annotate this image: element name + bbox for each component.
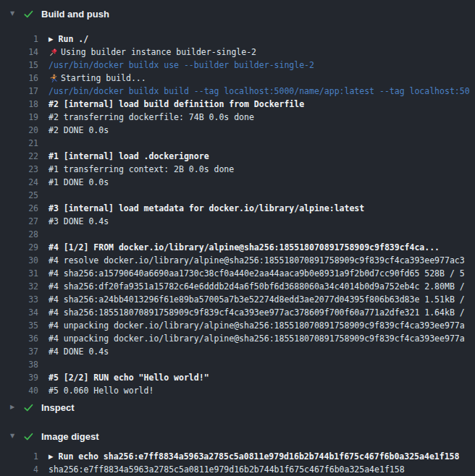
line-text-content: #2 DONE 0.0s xyxy=(49,124,109,137)
line-text: /usr/bin/docker buildx use --builder bui… xyxy=(49,59,314,72)
line-text-content: /usr/bin/docker buildx build --tag local… xyxy=(49,85,470,98)
section-lines: 1 ▶Run ./ 14 Using builder instance buil… xyxy=(0,22,475,397)
chevron-down-icon[interactable]: ▼ xyxy=(7,6,18,22)
line-number[interactable]: 1 xyxy=(0,450,38,463)
line-text-content: /usr/bin/docker buildx use --builder bui… xyxy=(49,59,314,72)
log-line: 25 xyxy=(0,189,475,202)
line-text-content: #3 DONE 0.4s xyxy=(49,215,109,228)
log-line: 30 #4 resolve docker.io/library/alpine@s… xyxy=(0,254,475,267)
line-text: #1 transferring context: 2B 0.0s done xyxy=(49,163,234,176)
line-number[interactable]: 14 xyxy=(0,46,38,59)
log-line: 20 #2 DONE 0.0s xyxy=(0,124,475,137)
line-number[interactable]: 36 xyxy=(0,332,38,345)
line-number[interactable]: 21 xyxy=(0,137,38,150)
line-number[interactable]: 4 xyxy=(0,463,38,476)
line-number[interactable]: 1 xyxy=(0,33,38,46)
line-number[interactable]: 17 xyxy=(0,85,38,98)
line-text: #4 sha256:a15790640a6690aa1730c38cf0a440… xyxy=(49,267,465,280)
workflow-log-panel: ▼ Build and push 1 ▶Run ./ 14 Using buil… xyxy=(0,6,475,476)
line-number[interactable]: 38 xyxy=(0,358,38,371)
line-text-content: sha256:e7ff8834a5963a2785c5a0811e979d16b… xyxy=(49,463,405,476)
log-section: ▼ Image digest 1 ▶Run echo sha256:e7ff88… xyxy=(0,428,475,476)
log-line: 22 #1 [internal] load .dockerignore xyxy=(0,150,475,163)
log-line: 38 xyxy=(0,358,475,371)
log-line: 21 xyxy=(0,137,475,150)
line-number[interactable]: 24 xyxy=(0,176,38,189)
line-text-content: #4 unpacking docker.io/library/alpine@sh… xyxy=(49,332,465,345)
log-line: 40 #5 0.060 Hello world! xyxy=(0,384,475,397)
log-line: 28 xyxy=(0,228,475,241)
line-number[interactable]: 26 xyxy=(0,202,38,215)
line-number[interactable]: 34 xyxy=(0,306,38,319)
line-number[interactable]: 39 xyxy=(0,371,38,384)
line-text-content: Run echo sha256:e7ff8834a5963a2785c5a081… xyxy=(59,450,460,463)
line-number[interactable]: 37 xyxy=(0,345,38,358)
line-number[interactable]: 30 xyxy=(0,254,38,267)
log-line: 17 /usr/bin/docker buildx build --tag lo… xyxy=(0,85,475,98)
line-number[interactable]: 28 xyxy=(0,228,38,241)
line-text: #1 [internal] load .dockerignore xyxy=(49,150,209,163)
line-text: Using builder instance builder-single-2 xyxy=(49,46,256,59)
section-title: Build and push xyxy=(41,9,109,20)
line-number[interactable]: 22 xyxy=(0,150,38,163)
line-number[interactable]: 20 xyxy=(0,124,38,137)
line-number[interactable]: 18 xyxy=(0,98,38,111)
line-text: ▶Run ./ xyxy=(49,33,88,46)
line-text: ▶Run echo sha256:e7ff8834a5963a2785c5a08… xyxy=(49,450,459,463)
line-text: /usr/bin/docker buildx build --tag local… xyxy=(49,85,470,98)
log-line: 32 #4 sha256:df20fa9351a15782c64e6dddb2d… xyxy=(0,280,475,293)
log-line: 24 #1 DONE 0.0s xyxy=(0,176,475,189)
line-text: sha256:e7ff8834a5963a2785c5a0811e979d16b… xyxy=(49,463,405,476)
log-line: 27 #3 DONE 0.4s xyxy=(0,215,475,228)
line-text: #2 [internal] load build definition from… xyxy=(49,98,304,111)
section-header-inspect[interactable]: ▶ Inspect xyxy=(0,399,475,415)
line-text-content: #2 [internal] load build definition from… xyxy=(49,98,304,111)
line-number[interactable]: 35 xyxy=(0,319,38,332)
section-title: Image digest xyxy=(41,431,98,442)
log-line: 33 #4 sha256:a24bb4013296f61e89ba57005a7… xyxy=(0,293,475,306)
line-text: #4 unpacking docker.io/library/alpine@sh… xyxy=(49,319,465,332)
line-text-content: #4 sha256:a24bb4013296f61e89ba57005a7b3e… xyxy=(49,293,465,306)
log-line: 14 Using builder instance builder-single… xyxy=(0,46,475,59)
section-header-image-digest[interactable]: ▼ Image digest xyxy=(0,428,475,444)
line-text: #4 sha256:185518070891758909c9f839cf4ca3… xyxy=(49,306,465,319)
line-number[interactable]: 32 xyxy=(0,280,38,293)
log-line: 34 #4 sha256:185518070891758909c9f839cf4… xyxy=(0,306,475,319)
line-number[interactable]: 15 xyxy=(0,59,38,72)
line-number[interactable]: 19 xyxy=(0,111,38,124)
line-text-content: #5 0.060 Hello world! xyxy=(49,384,154,397)
log-line: 31 #4 sha256:a15790640a6690aa1730c38cf0a… xyxy=(0,267,475,280)
line-number[interactable]: 25 xyxy=(0,189,38,202)
line-text: Starting build... xyxy=(49,72,146,85)
line-number[interactable]: 27 xyxy=(0,215,38,228)
line-number[interactable]: 33 xyxy=(0,293,38,306)
line-number[interactable]: 29 xyxy=(0,241,38,254)
chevron-right-icon[interactable]: ▶ xyxy=(7,399,18,415)
line-number[interactable]: 16 xyxy=(0,72,38,85)
line-text: #5 0.060 Hello world! xyxy=(49,384,154,397)
section-header-build-and-push[interactable]: ▼ Build and push xyxy=(0,6,475,22)
chevron-down-icon[interactable]: ▼ xyxy=(7,428,18,444)
line-text: #4 sha256:a24bb4013296f61e89ba57005a7b3e… xyxy=(49,293,465,306)
log-line: 1 ▶Run echo sha256:e7ff8834a5963a2785c5a… xyxy=(0,450,475,463)
line-text: #3 [internal] load metadata for docker.i… xyxy=(49,202,364,215)
log-line: 4 sha256:e7ff8834a5963a2785c5a0811e979d1… xyxy=(0,463,475,476)
line-number[interactable]: 23 xyxy=(0,163,38,176)
line-text-content: Starting build... xyxy=(61,72,146,85)
line-text: #5 [2/2] RUN echo "Hello world!" xyxy=(49,371,209,384)
runner-icon xyxy=(49,74,61,83)
line-text-content: #4 [1/2] FROM docker.io/library/alpine@s… xyxy=(49,241,440,254)
line-text: #4 DONE 0.4s xyxy=(49,345,109,358)
log-line: 15 /usr/bin/docker buildx use --builder … xyxy=(0,59,475,72)
line-number[interactable]: 40 xyxy=(0,384,38,397)
play-arrow-icon: ▶ xyxy=(49,33,54,46)
line-text-content: #4 DONE 0.4s xyxy=(49,345,109,358)
log-line: 29 #4 [1/2] FROM docker.io/library/alpin… xyxy=(0,241,475,254)
line-text-content: #4 sha256:a15790640a6690aa1730c38cf0a440… xyxy=(49,267,465,280)
check-icon xyxy=(22,402,34,413)
line-number[interactable]: 31 xyxy=(0,267,38,280)
line-text-content: Using builder instance builder-single-2 xyxy=(61,46,256,59)
log-line: 1 ▶Run ./ xyxy=(0,33,475,46)
line-text-content: #4 sha256:df20fa9351a15782c64e6dddb2d4a6… xyxy=(49,280,465,293)
line-text: #4 [1/2] FROM docker.io/library/alpine@s… xyxy=(49,241,440,254)
